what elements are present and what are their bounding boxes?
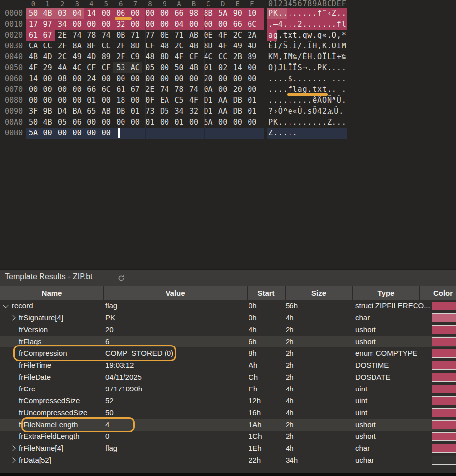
ascii-column-text[interactable]: ag.txt.qw.q«.O,*: [268, 30, 347, 41]
column-header-size[interactable]: Size: [285, 286, 352, 300]
hex-byte[interactable]: 10: [247, 8, 257, 19]
hex-byte[interactable]: 03: [57, 8, 68, 19]
color-swatch[interactable]: [432, 302, 456, 310]
hex-byte[interactable]: 2F: [115, 51, 126, 62]
hex-byte[interactable]: 4B: [188, 41, 199, 51]
hex-byte[interactable]: 6C: [247, 19, 257, 30]
hex-byte[interactable]: 00: [174, 73, 185, 84]
ascii-column-text[interactable]: .........êÅOÑªÛ.: [268, 95, 347, 106]
hex-byte[interactable]: 4F: [28, 62, 39, 73]
hex-byte[interactable]: AA: [217, 95, 228, 106]
hex-byte[interactable]: DB: [232, 95, 243, 106]
column-header-color[interactable]: Color: [420, 286, 456, 300]
hex-byte[interactable]: 00: [130, 117, 141, 128]
hex-byte[interactable]: 24: [86, 73, 97, 84]
hex-byte[interactable]: 34: [57, 19, 68, 30]
hex-byte[interactable]: 00: [247, 62, 257, 73]
ascii-column-text[interactable]: PK..........Z...: [268, 117, 347, 128]
hex-byte[interactable]: 2E: [57, 30, 68, 41]
column-header-name[interactable]: Name: [0, 286, 104, 300]
hex-byte[interactable]: 71: [174, 30, 185, 41]
template-row[interactable]: frCrc97171090hEh4huint: [0, 383, 456, 395]
hex-byte[interactable]: 01: [144, 117, 155, 128]
hex-byte[interactable]: 3F: [28, 106, 39, 117]
hex-byte[interactable]: AA: [217, 106, 228, 117]
hex-byte[interactable]: 00: [101, 73, 112, 84]
hex-byte[interactable]: 00: [86, 128, 97, 138]
hex-byte[interactable]: 00: [101, 128, 112, 138]
hex-byte[interactable]: 8D: [159, 51, 170, 62]
hex-byte[interactable]: C5: [174, 95, 185, 106]
hex-byte[interactable]: 4D: [42, 51, 53, 62]
hex-byte[interactable]: 01: [247, 95, 257, 106]
hex-byte[interactable]: 61: [115, 84, 126, 95]
hex-byte[interactable]: 00: [130, 19, 141, 30]
ascii-column-text[interactable]: ?›Ôºe«Û.sÕ42ѪÛ.: [268, 106, 344, 117]
hex-byte[interactable]: BA: [72, 106, 83, 117]
hex-byte[interactable]: 00: [144, 73, 155, 84]
ascii-column-text[interactable]: KM,IM‰/ÉH.OÏLÌ+‰: [268, 51, 347, 62]
hex-byte[interactable]: 4B: [42, 117, 53, 128]
color-swatch[interactable]: [432, 396, 456, 405]
hex-byte[interactable]: 74: [101, 30, 112, 41]
color-swatch[interactable]: [432, 444, 456, 453]
hex-byte[interactable]: 00: [28, 84, 39, 95]
hex-byte[interactable]: 00: [57, 128, 68, 138]
hex-byte[interactable]: 00: [42, 95, 53, 106]
hex-byte[interactable]: 4B: [42, 8, 53, 19]
hex-byte[interactable]: 2F: [115, 41, 126, 51]
hex-byte[interactable]: 2A: [247, 30, 257, 41]
hex-byte[interactable]: 2C: [174, 41, 185, 51]
hex-byte[interactable]: 00: [247, 73, 257, 84]
hex-byte[interactable]: 00: [159, 117, 170, 128]
hex-byte[interactable]: 00: [72, 84, 83, 95]
hex-byte[interactable]: CC: [217, 51, 228, 62]
hex-byte[interactable]: CF: [101, 62, 112, 73]
hex-byte[interactable]: 4B: [188, 62, 199, 73]
hex-byte[interactable]: 00: [159, 73, 170, 84]
color-swatch[interactable]: [432, 361, 456, 370]
hex-byte[interactable]: 77: [144, 30, 155, 41]
template-row[interactable]: frExtraFieldLength01Ch2hushort: [0, 431, 456, 442]
hex-byte[interactable]: 04: [72, 8, 83, 19]
hex-byte[interactable]: 34: [174, 106, 185, 117]
column-divider[interactable]: [419, 286, 420, 300]
hex-byte[interactable]: 50: [28, 117, 39, 128]
hex-byte[interactable]: 73: [144, 106, 155, 117]
hex-byte[interactable]: 4F: [174, 51, 185, 62]
hex-byte[interactable]: 49: [232, 41, 243, 51]
hex-byte[interactable]: 00: [101, 117, 112, 128]
ascii-column-text[interactable]: O)JLÏÏS¬..PK....: [268, 62, 347, 73]
hex-byte[interactable]: EA: [159, 95, 170, 106]
hex-byte[interactable]: 08: [57, 73, 68, 84]
hex-byte[interactable]: 06: [72, 117, 83, 128]
hex-byte[interactable]: 2F: [57, 41, 68, 51]
hex-byte[interactable]: D5: [159, 106, 170, 117]
column-divider[interactable]: [103, 286, 104, 300]
column-header-value[interactable]: Value: [104, 286, 247, 300]
hex-byte[interactable]: 71: [130, 30, 141, 41]
hex-byte[interactable]: 00: [217, 73, 228, 84]
hex-byte[interactable]: DB: [115, 106, 126, 117]
color-swatch[interactable]: [432, 325, 456, 334]
hex-byte[interactable]: 2B: [232, 51, 243, 62]
hex-byte[interactable]: 00: [101, 95, 112, 106]
hex-byte[interactable]: 78: [86, 30, 97, 41]
hex-byte[interactable]: 0F: [144, 95, 155, 106]
chevron-right-icon[interactable]: [10, 457, 15, 463]
hex-byte[interactable]: 00: [217, 84, 228, 95]
hex-byte[interactable]: 00: [188, 73, 199, 84]
hex-byte[interactable]: 49: [72, 51, 83, 62]
chevron-down-icon[interactable]: [3, 303, 8, 308]
hex-byte[interactable]: 05: [144, 62, 155, 73]
hex-byte[interactable]: 50: [28, 8, 39, 19]
hex-byte[interactable]: 50: [174, 62, 185, 73]
column-divider[interactable]: [285, 286, 286, 300]
template-row[interactable]: frSignature[4]PK0h4hchar: [0, 312, 456, 324]
hex-byte[interactable]: 00: [188, 117, 199, 128]
hex-byte[interactable]: 0B: [115, 30, 126, 41]
ascii-column-text[interactable]: PK........f˜‹Z..: [268, 8, 347, 19]
hex-byte[interactable]: 00: [57, 95, 68, 106]
hex-byte[interactable]: 00: [42, 128, 53, 138]
hex-byte[interactable]: 01: [247, 106, 257, 117]
